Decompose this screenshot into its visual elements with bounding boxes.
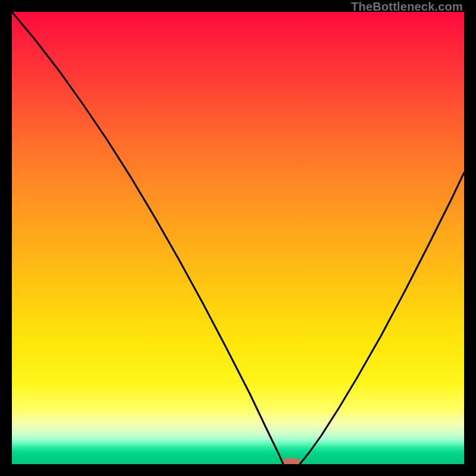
optimal-marker [283,458,300,464]
curve-right-branch [300,173,464,464]
chart-frame: TheBottleneck.com [0,0,476,476]
curve-left-branch [12,12,283,464]
bottleneck-curve [12,12,464,464]
plot-area [12,12,464,464]
